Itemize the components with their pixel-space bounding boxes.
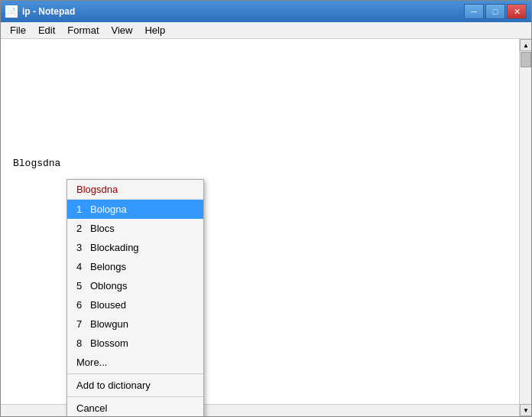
context-menu: Blogsdna 1 Bologna 2 Blocs 3 Blockading … [66,179,204,416]
separator-1 [67,373,203,374]
suggestion-7[interactable]: 7 Blowgun [67,314,203,334]
editor-area[interactable]: Blogsdna Blogsdna 1 Bologna 2 Blocs 3 Bl… [1,39,531,416]
suggestion-5[interactable]: 5 Oblongs [67,276,203,295]
editor-text: Blogsdna [13,158,60,169]
suggestion-3[interactable]: 3 Blockading [67,238,203,257]
suggestion-5-label: Oblongs [90,280,127,292]
suggestion-7-label: Blowgun [90,318,128,330]
suggestion-8-num: 8 [76,337,87,349]
suggestion-4[interactable]: 4 Belongs [67,257,203,276]
suggestion-4-num: 4 [76,261,87,272]
scrollbar-vertical[interactable]: ▲ ▼ [519,39,531,416]
suggestion-3-num: 3 [76,242,87,253]
window-controls: ─ □ ✕ [464,4,527,19]
menu-bar: File Edit Format View Help [1,22,531,39]
suggestion-2-label: Blocs [90,223,115,234]
maximize-button[interactable]: □ [485,4,505,19]
menu-format[interactable]: Format [61,22,105,38]
suggestion-3-label: Blockading [90,242,139,253]
minimize-button[interactable]: ─ [464,4,484,19]
separator-2 [67,396,203,397]
suggestion-7-num: 7 [76,318,87,330]
suggestion-6-num: 6 [76,299,87,311]
app-icon: 📄 [5,5,18,18]
suggestion-6-label: Bloused [90,299,126,311]
suggestion-1-label: Bologna [90,204,127,215]
suggestion-8[interactable]: 8 Blossom [67,334,203,353]
scrollbar-thumb[interactable] [521,52,531,67]
scroll-up-button[interactable]: ▲ [520,39,531,51]
more-button[interactable]: More... [67,353,203,372]
suggestion-5-num: 5 [76,280,87,292]
suggestion-1[interactable]: 1 Bologna [67,200,203,219]
window-title: ip - Notepad [22,6,75,17]
title-bar-left: 📄 ip - Notepad [5,5,75,18]
add-to-dictionary-button[interactable]: Add to dictionary [67,376,203,395]
close-button[interactable]: ✕ [507,4,527,19]
context-menu-header: Blogsdna [67,180,203,200]
scroll-down-button[interactable]: ▼ [520,404,531,416]
suggestion-2[interactable]: 2 Blocs [67,219,203,238]
menu-file[interactable]: File [4,22,32,38]
suggestion-1-num: 1 [76,204,87,215]
suggestion-2-num: 2 [76,223,87,234]
menu-edit[interactable]: Edit [32,22,61,38]
cancel-button[interactable]: Cancel [67,399,203,416]
menu-help[interactable]: Help [138,22,171,38]
suggestion-4-label: Belongs [90,261,126,272]
suggestion-6[interactable]: 6 Bloused [67,295,203,314]
suggestion-8-label: Blossom [90,337,128,349]
title-bar: 📄 ip - Notepad ─ □ ✕ [1,1,531,22]
scrollbar-track[interactable] [520,51,531,404]
notepad-window: 📄 ip - Notepad ─ □ ✕ File Edit Format Vi… [0,0,532,417]
menu-view[interactable]: View [105,22,139,38]
